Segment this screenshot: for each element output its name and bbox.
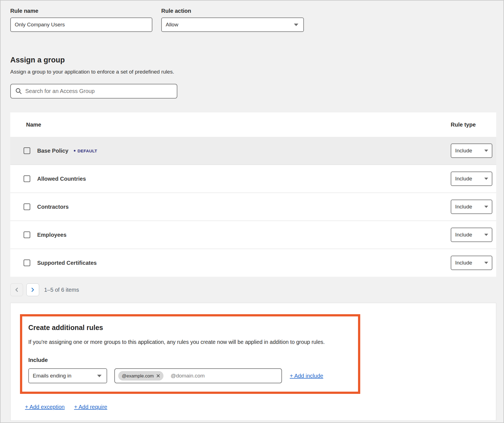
- add-include-link[interactable]: + Add include: [290, 373, 323, 379]
- chevron-down-icon: [97, 375, 102, 377]
- chevron-right-icon: [31, 287, 35, 292]
- access-group-table: Name Rule type Base Policy DEFAULT Inclu…: [10, 112, 496, 277]
- chevron-down-icon: [484, 206, 488, 208]
- rule-type-value: Include: [455, 176, 472, 182]
- include-label: Include: [28, 357, 350, 363]
- rule-action-label: Rule action: [161, 8, 304, 14]
- group-name: Base Policy: [37, 148, 68, 154]
- table-header: Name Rule type: [10, 112, 496, 137]
- email-domain-chip: @example.com: [118, 371, 163, 381]
- rule-editor-page: Rule name Rule action Allow Assign a gro…: [0, 0, 504, 423]
- assign-group-description: Assign a group to your application to en…: [10, 69, 503, 75]
- column-header-rule-type: Rule type: [451, 122, 492, 128]
- table-row: Employees Include: [10, 221, 496, 249]
- column-header-name: Name: [10, 122, 451, 128]
- rule-type-value: Include: [455, 232, 472, 238]
- default-badge: DEFAULT: [74, 148, 97, 153]
- next-page-button[interactable]: [26, 283, 39, 296]
- rule-name-input[interactable]: [10, 17, 152, 32]
- chip-label: @example.com: [122, 373, 154, 379]
- pagination-status: 1–5 of 6 items: [44, 287, 79, 293]
- pagination: 1–5 of 6 items: [10, 283, 503, 296]
- rule-type-dropdown[interactable]: Include: [451, 200, 492, 214]
- row-checkbox[interactable]: [24, 147, 30, 154]
- rule-footer-links: + Add exception + Add require: [25, 404, 496, 410]
- rule-action-value: Allow: [166, 22, 178, 28]
- rule-type-dropdown[interactable]: Include: [451, 256, 492, 270]
- chevron-down-icon: [294, 24, 298, 26]
- rule-name-field: Rule name: [10, 8, 152, 32]
- row-checkbox[interactable]: [24, 260, 30, 266]
- rule-action-select[interactable]: Allow: [161, 17, 304, 32]
- search-input[interactable]: [10, 84, 177, 99]
- add-require-link[interactable]: + Add require: [74, 404, 107, 410]
- rule-name-label: Rule name: [10, 8, 152, 14]
- chevron-down-icon: [484, 150, 488, 152]
- additional-rules-heading: Create additional rules: [28, 324, 350, 332]
- badge-dot-icon: [74, 150, 75, 152]
- group-name: Employees: [37, 232, 67, 238]
- create-additional-rules-section: Create additional rules If you're assign…: [20, 314, 360, 394]
- table-row: Allowed Countries Include: [10, 165, 496, 193]
- rule-form: Rule name Rule action Allow: [10, 8, 503, 32]
- rule-type-dropdown[interactable]: Include: [451, 143, 492, 158]
- access-group-search: [10, 84, 177, 99]
- rule-type-value: Include: [455, 260, 472, 266]
- additional-rules-description: If you're assigning one or more groups t…: [28, 339, 350, 345]
- include-rule-row: Emails ending in @example.com @domain.co…: [28, 368, 350, 383]
- additional-rules-card: Create additional rules If you're assign…: [10, 303, 496, 421]
- rule-type-value: Include: [455, 148, 472, 154]
- badge-label: DEFAULT: [77, 148, 97, 153]
- table-row: Supported Certificates Include: [10, 249, 496, 277]
- search-icon: [15, 88, 22, 94]
- condition-value: Emails ending in: [33, 373, 71, 379]
- rule-type-dropdown[interactable]: Include: [451, 228, 492, 242]
- row-checkbox[interactable]: [24, 231, 30, 238]
- previous-page-button[interactable]: [10, 283, 23, 296]
- chevron-left-icon: [15, 287, 19, 292]
- rule-type-dropdown[interactable]: Include: [451, 172, 492, 186]
- tag-input-placeholder: @domain.com: [171, 373, 205, 379]
- group-name: Contractors: [37, 204, 69, 210]
- email-domain-tag-input[interactable]: @example.com @domain.com: [114, 368, 282, 383]
- table-row: Base Policy DEFAULT Include: [10, 137, 496, 165]
- assign-group-heading: Assign a group: [10, 56, 503, 64]
- condition-select[interactable]: Emails ending in: [28, 368, 107, 383]
- rule-type-value: Include: [455, 204, 472, 210]
- row-checkbox[interactable]: [24, 203, 30, 210]
- row-checkbox[interactable]: [24, 175, 30, 182]
- group-name: Allowed Countries: [37, 176, 86, 182]
- rule-action-field: Rule action Allow: [161, 8, 304, 32]
- group-name: Supported Certificates: [37, 260, 97, 266]
- chevron-down-icon: [484, 234, 488, 236]
- chevron-down-icon: [484, 178, 488, 180]
- table-row: Contractors Include: [10, 193, 496, 221]
- remove-chip-icon[interactable]: [157, 374, 160, 377]
- add-exception-link[interactable]: + Add exception: [25, 404, 65, 410]
- chevron-down-icon: [484, 262, 488, 264]
